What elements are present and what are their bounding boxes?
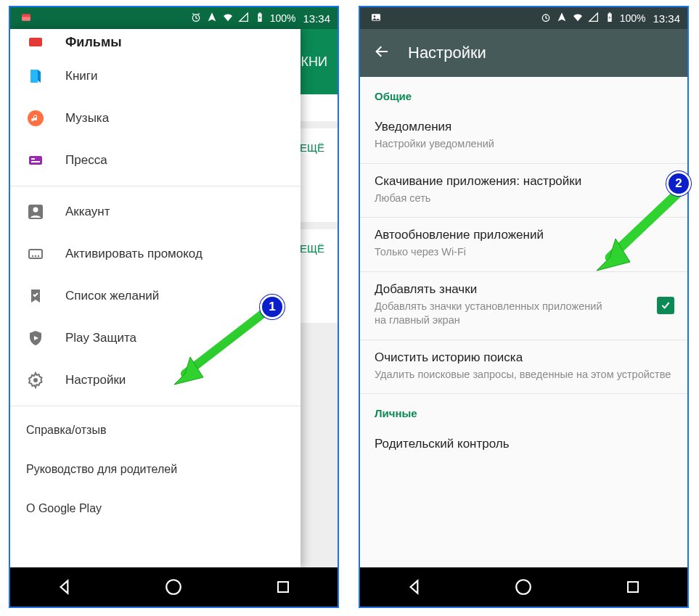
- setting-clear-history[interactable]: Очистить историю поиска Удалить поисковы…: [360, 340, 687, 395]
- divider: [10, 186, 301, 186]
- drawer-item-label: Книги: [65, 69, 97, 83]
- drawer-item-label: Список желаний: [65, 289, 159, 303]
- svg-rect-18: [278, 582, 288, 592]
- drawer-item-promo[interactable]: Активировать промокод: [10, 233, 301, 275]
- drawer-item-wishlist[interactable]: Список желаний: [10, 275, 301, 317]
- back-button[interactable]: [404, 577, 425, 597]
- setting-subtitle: Только через Wi-Fi: [375, 245, 673, 260]
- battery-percent: 100%: [620, 12, 646, 24]
- svg-point-14: [35, 255, 36, 257]
- alarm-icon: [540, 12, 552, 25]
- setting-add-icons[interactable]: Добавлять значки Добавлять значки устано…: [360, 272, 687, 340]
- checkbox-icon[interactable]: [657, 297, 674, 314]
- svg-rect-9: [31, 161, 40, 163]
- promo-icon: [26, 245, 45, 263]
- svg-rect-1: [22, 17, 30, 20]
- section-header-personal: Личные: [360, 394, 687, 427]
- back-arrow-icon[interactable]: [373, 43, 391, 63]
- drawer-item-films[interactable]: Фильмы: [10, 29, 301, 55]
- setting-title: Родительский контроль: [375, 437, 673, 451]
- phone-frame-right: 100% 13:34 Настройки Общие Уведомления Н…: [359, 6, 689, 608]
- account-icon: [26, 202, 45, 221]
- alarm-icon: [190, 12, 202, 25]
- music-icon: [26, 109, 45, 128]
- setting-subtitle: Удалить поисковые запросы, введенные на …: [375, 368, 673, 382]
- drawer-item-label: Музыка: [65, 111, 109, 126]
- svg-point-24: [517, 580, 531, 594]
- clock: 13:34: [303, 12, 330, 25]
- wishlist-icon: [26, 287, 45, 305]
- settings-icon: [26, 371, 45, 390]
- annotation-badge-1: 1: [260, 295, 285, 319]
- drawer-item-help[interactable]: Справка/отзыв: [10, 411, 301, 450]
- setting-download-pref[interactable]: Скачивание приложения: настройки Любая с…: [360, 164, 687, 218]
- battery-percent: 100%: [270, 12, 296, 24]
- drawer-item-settings[interactable]: Настройки: [10, 359, 301, 401]
- location-icon: [206, 12, 218, 25]
- svg-rect-23: [608, 12, 610, 13]
- home-button[interactable]: [513, 577, 534, 597]
- drawer-item-label: Фильмы: [65, 35, 122, 50]
- svg-point-13: [32, 255, 33, 257]
- protect-icon: [26, 329, 45, 348]
- signal-icon: [238, 12, 250, 25]
- navigation-drawer: Фильмы Книги Музыка Пресса Аккаунт Актив…: [10, 29, 301, 567]
- svg-point-17: [167, 580, 181, 594]
- drawer-item-parents-guide[interactable]: Руководство для родителей: [10, 450, 301, 489]
- setting-title: Добавлять значки: [375, 282, 673, 297]
- setting-title: Автообновление приложений: [375, 228, 673, 242]
- drawer-item-label: Пресса: [65, 153, 107, 168]
- svg-rect-4: [258, 12, 261, 13]
- svg-point-16: [33, 378, 38, 382]
- drawer-item-protect[interactable]: Play Защита: [10, 317, 301, 359]
- annotation-badge-2: 2: [666, 171, 691, 196]
- news-icon: [26, 151, 45, 170]
- svg-rect-8: [31, 158, 35, 160]
- drawer-item-about[interactable]: О Google Play: [10, 489, 301, 528]
- setting-subtitle: Добавлять значки установленных приложени…: [375, 300, 614, 328]
- setting-subtitle: Настройки уведомлений: [375, 137, 673, 152]
- book-icon: [26, 67, 45, 86]
- svg-point-20: [374, 15, 376, 17]
- back-button[interactable]: [54, 577, 75, 597]
- setting-notifications[interactable]: Уведомления Настройки уведомлений: [360, 110, 687, 164]
- divider: [10, 406, 301, 406]
- drawer-item-music[interactable]: Музыка: [10, 97, 301, 139]
- svg-rect-7: [29, 156, 42, 165]
- svg-rect-5: [29, 38, 42, 46]
- battery-icon: [604, 12, 616, 25]
- toolbar-title: Настройки: [408, 44, 486, 62]
- settings-list: Общие Уведомления Настройки уведомлений …: [360, 77, 687, 567]
- film-icon: [26, 33, 45, 52]
- settings-toolbar: Настройки: [360, 29, 687, 77]
- wifi-icon: [222, 12, 234, 25]
- status-bar: 100% 13:34: [360, 7, 687, 29]
- svg-rect-12: [29, 250, 42, 258]
- drawer-item-label: Активировать промокод: [65, 247, 203, 261]
- home-button[interactable]: [163, 577, 184, 597]
- svg-point-11: [33, 208, 38, 213]
- drawer-item-label: Аккаунт: [65, 205, 110, 219]
- svg-point-15: [38, 255, 39, 257]
- tab-books[interactable]: КНИ: [301, 54, 327, 70]
- picture-icon: [20, 12, 32, 25]
- setting-parental[interactable]: Родительский контроль: [360, 427, 687, 466]
- location-icon: [556, 12, 568, 25]
- signal-icon: [588, 12, 600, 25]
- status-bar: 100% 13:34: [10, 7, 338, 29]
- drawer-item-label: Настройки: [65, 373, 126, 387]
- setting-title: Скачивание приложения: настройки: [375, 174, 673, 189]
- drawer-item-label: Play Защита: [65, 331, 136, 345]
- clock: 13:34: [653, 12, 680, 25]
- section-header-general: Общие: [360, 77, 687, 110]
- phone-frame-left: 100% 13:34 КНИ Для в ЕЩЁ ⋮ Goo Auth ЕЩЁ …: [9, 6, 339, 608]
- recent-button[interactable]: [273, 577, 293, 597]
- drawer-item-account[interactable]: Аккаунт: [10, 191, 301, 233]
- wifi-icon: [572, 12, 584, 25]
- drawer-item-books[interactable]: Книги: [10, 55, 301, 97]
- setting-auto-update[interactable]: Автообновление приложений Только через W…: [360, 218, 687, 272]
- recent-button[interactable]: [623, 577, 643, 597]
- drawer-item-press[interactable]: Пресса: [10, 139, 301, 181]
- setting-title: Уведомления: [375, 120, 673, 134]
- setting-subtitle: Любая сеть: [375, 192, 673, 206]
